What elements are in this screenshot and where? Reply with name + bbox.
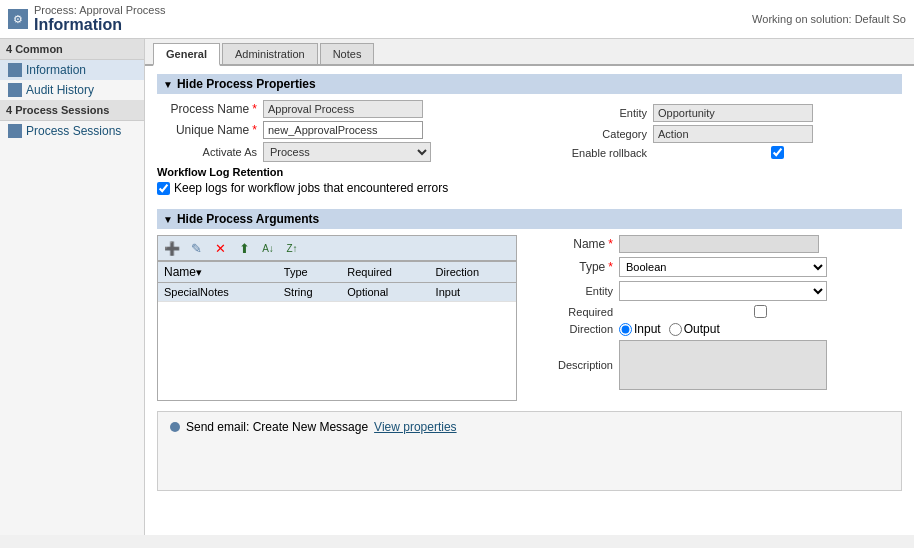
process-args-header[interactable]: ▼ Hide Process Arguments: [157, 209, 902, 229]
entity-label: Entity: [557, 107, 647, 119]
props-toggle-icon: ▼: [163, 79, 173, 90]
args-toolbar: ➕ ✎ ✕ ⬆ A↓ Z↑: [157, 235, 517, 261]
view-properties-link[interactable]: View properties: [374, 420, 457, 434]
arg-entity-select[interactable]: [619, 281, 827, 301]
unique-name-input[interactable]: [263, 121, 423, 139]
direction-output-radio[interactable]: [669, 323, 682, 336]
sort-za-button[interactable]: Z↑: [282, 239, 302, 257]
arg-type: String: [278, 283, 342, 302]
sidebar-item-process-sessions[interactable]: Process Sessions: [0, 121, 144, 141]
col-type: Type: [278, 262, 342, 283]
process-name-input[interactable]: [263, 100, 423, 118]
category-value: Action: [653, 125, 813, 143]
activate-as-label: Activate As: [157, 146, 257, 158]
unique-name-label: Unique Name *: [157, 123, 257, 137]
move-up-button[interactable]: ⬆: [234, 239, 254, 257]
tab-administration[interactable]: Administration: [222, 43, 318, 64]
edit-arg-button[interactable]: ✎: [186, 239, 206, 257]
arg-type-select[interactable]: Boolean String Integer: [619, 257, 827, 277]
step-section: Send email: Create New Message View prop…: [157, 411, 902, 491]
args-toggle-icon: ▼: [163, 214, 173, 225]
arg-required: Optional: [341, 283, 429, 302]
arg-required-checkbox[interactable]: [619, 305, 902, 318]
direction-radio-group: Input Output: [619, 322, 902, 336]
step-item: Send email: Create New Message View prop…: [170, 420, 889, 434]
process-name-label: Process Name *: [157, 102, 257, 116]
args-table: Name▾ Type Required Direction SpecialNot…: [158, 262, 516, 302]
direction-input-radio[interactable]: [619, 323, 632, 336]
step-bullet-icon: [170, 422, 180, 432]
process-icon: ⚙: [8, 9, 28, 29]
sidebar-common-header: 4 Common: [0, 39, 144, 60]
enable-rollback-checkbox[interactable]: [653, 146, 902, 159]
sidebar-item-information[interactable]: Information: [0, 60, 144, 80]
arg-name-input[interactable]: [619, 235, 819, 253]
tab-general[interactable]: General: [153, 43, 220, 66]
audit-icon: [8, 83, 22, 97]
step-text: Send email: Create New Message: [186, 420, 368, 434]
tab-bar: General Administration Notes: [145, 39, 914, 66]
description-area[interactable]: [619, 340, 827, 390]
sidebar-item-audit-history[interactable]: Audit History: [0, 80, 144, 100]
arg-name: SpecialNotes: [158, 283, 278, 302]
enable-rollback-label: Enable rollback: [557, 147, 647, 159]
col-direction: Direction: [430, 262, 516, 283]
main-content: General Administration Notes ▼ Hide Proc…: [145, 39, 914, 535]
category-label: Category: [557, 128, 647, 140]
sort-az-button[interactable]: A↓: [258, 239, 278, 257]
entity-value: Opportunity: [653, 104, 813, 122]
sidebar: 4 Common Information Audit History 4 Pro…: [0, 39, 145, 535]
workflow-retention-header: Workflow Log Retention: [157, 166, 517, 178]
workflow-logs-checkbox[interactable]: [157, 182, 170, 195]
add-arg-button[interactable]: ➕: [162, 239, 182, 257]
table-row[interactable]: SpecialNotes String Optional Input: [158, 283, 516, 302]
tab-notes[interactable]: Notes: [320, 43, 375, 64]
arg-direction: Input: [430, 283, 516, 302]
process-sessions-icon: [8, 124, 22, 138]
workflow-logs-label: Keep logs for workflow jobs that encount…: [174, 181, 448, 195]
activate-as-select[interactable]: Process: [263, 142, 431, 162]
page-title: Information: [34, 16, 165, 34]
delete-arg-button[interactable]: ✕: [210, 239, 230, 257]
process-label: Process: Approval Process: [34, 4, 165, 16]
col-required: Required: [341, 262, 429, 283]
sidebar-process-header: 4 Process Sessions: [0, 100, 144, 121]
working-on-label: Working on solution: Default So: [752, 13, 906, 25]
col-name: Name▾: [158, 262, 278, 283]
information-icon: [8, 63, 22, 77]
process-props-header[interactable]: ▼ Hide Process Properties: [157, 74, 902, 94]
